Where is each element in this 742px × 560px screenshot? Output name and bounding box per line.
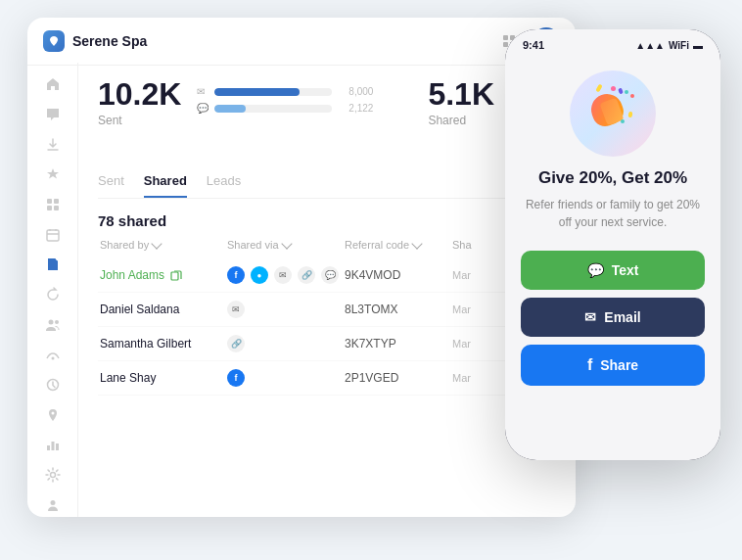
john-date: Mar <box>452 269 511 281</box>
tab-shared[interactable]: Shared <box>144 173 187 198</box>
svg-point-13 <box>51 411 54 414</box>
tabs: Sent Shared Leads <box>98 173 556 199</box>
copy-icon <box>170 269 182 281</box>
shared-value: 5.1K <box>428 78 494 110</box>
svg-rect-0 <box>503 35 508 40</box>
samantha-via: 🔗 <box>227 335 345 352</box>
samantha-date: Mar <box>452 338 511 350</box>
sidebar-item-grid[interactable] <box>36 193 70 217</box>
stats-row: 10.2K Sent ✉ 8,000 💬 2,122 <box>98 78 556 156</box>
svg-rect-14 <box>47 445 50 450</box>
table-row: Samantha Gilbert 🔗 3K7XTYP Mar <box>98 327 556 361</box>
share-button-icon: f <box>587 356 592 374</box>
sent-label: Sent <box>98 114 181 127</box>
tab-sent[interactable]: Sent <box>98 173 124 198</box>
sidebar-item-star[interactable] <box>36 163 70 187</box>
shared-label: Shared <box>428 114 494 127</box>
link-via-icon: 🔗 <box>298 266 315 284</box>
col-shared-via[interactable]: Shared via <box>227 239 345 251</box>
sidebar-item-users[interactable] <box>36 312 70 337</box>
phone-title: Give 20%, Get 20% <box>538 168 687 188</box>
sidebar-item-refresh[interactable] <box>36 283 70 307</box>
dm-via-icon: ● <box>251 266 268 284</box>
ref-code-chevron <box>411 238 422 249</box>
svg-point-11 <box>51 357 54 360</box>
sidebar-item-home[interactable] <box>36 72 70 97</box>
sent-bars: ✉ 8,000 💬 2,122 <box>197 86 373 114</box>
shared-count: 78 shared <box>98 212 166 229</box>
email-icon: ✉ <box>197 86 209 97</box>
text-button[interactable]: 💬 Text <box>521 251 705 290</box>
fb-via-icon: f <box>227 266 245 284</box>
samantha-name[interactable]: Samantha Gilbert <box>100 337 227 350</box>
phone-time: 9:41 <box>523 39 544 51</box>
lane-fb-icon: f <box>227 369 245 387</box>
email-bar-value: 8,000 <box>338 86 373 97</box>
table-row: Lane Shay f 2P1VGED Mar <box>98 361 556 396</box>
john-via: f ● ✉ 🔗 💬 <box>227 266 345 284</box>
svg-rect-4 <box>47 199 52 204</box>
svg-rect-8 <box>47 230 59 241</box>
tab-leads[interactable]: Leads <box>207 173 241 198</box>
sidebar-item-settings[interactable] <box>36 463 70 488</box>
phone-overlay: 9:41 ▲▲▲ WiFi ▬ Give 2 <box>505 29 720 460</box>
sidebar-item-location[interactable] <box>36 402 70 427</box>
sidebar-item-chart[interactable] <box>36 433 70 457</box>
sidebar-item-clock[interactable] <box>36 373 70 397</box>
svg-rect-16 <box>56 443 59 450</box>
svg-point-10 <box>55 320 59 324</box>
sidebar <box>27 63 78 517</box>
wifi-icon: WiFi <box>669 40 689 51</box>
daniel-date: Mar <box>452 303 511 315</box>
lane-name[interactable]: Lane Shay <box>100 371 227 385</box>
col-shared-label: Sha <box>452 239 472 251</box>
sidebar-item-signal[interactable] <box>36 343 70 367</box>
sidebar-item-calendar[interactable] <box>36 222 70 247</box>
col-shared-by[interactable]: Shared by <box>100 239 227 251</box>
email-button[interactable]: ✉ Email <box>521 298 705 337</box>
svg-rect-5 <box>54 199 59 204</box>
table-header: 78 shared <box>98 212 556 229</box>
sidebar-item-chat[interactable] <box>36 103 70 127</box>
daniel-via: ✉ <box>227 301 345 318</box>
text-button-label: Text <box>612 262 639 278</box>
col-ref-code[interactable]: Referral code <box>345 239 452 251</box>
sidebar-item-profile[interactable] <box>36 492 70 517</box>
row-name-john[interactable]: John Adams <box>100 268 227 282</box>
phone-status-bar: 9:41 ▲▲▲ WiFi ▬ <box>505 29 720 57</box>
table-row: Daniel Saldana ✉ 8L3TOMX Mar <box>98 293 556 327</box>
svg-rect-19 <box>171 272 178 280</box>
email-button-label: Email <box>604 309 640 325</box>
sms-bar-value: 2,122 <box>338 103 373 114</box>
battery-icon: ▬ <box>693 40 703 51</box>
topbar: Serene Spa <box>27 18 576 66</box>
phone-status-icons: ▲▲▲ WiFi ▬ <box>635 40 703 51</box>
text-button-icon: 💬 <box>587 262 604 278</box>
main-content: 10.2K Sent ✉ 8,000 💬 2,122 <box>78 63 576 517</box>
shared-by-chevron <box>151 238 162 249</box>
sent-bar-sms: 💬 2,122 <box>197 103 373 114</box>
svg-point-17 <box>50 473 55 478</box>
share-button[interactable]: f Share <box>521 345 705 386</box>
lane-code: 2P1VGED <box>345 371 452 385</box>
phone-screen: Give 20%, Get 20% Refer friends or famil… <box>505 57 720 460</box>
daniel-name[interactable]: Daniel Saldana <box>100 303 227 316</box>
daniel-code: 8L3TOMX <box>345 303 452 316</box>
email-bar-track <box>214 88 332 96</box>
email-via-icon: ✉ <box>274 266 292 284</box>
svg-point-9 <box>48 319 53 324</box>
daniel-email-icon: ✉ <box>227 301 245 318</box>
svg-rect-15 <box>51 442 54 450</box>
col-shared: Sha <box>452 239 511 251</box>
sidebar-item-download[interactable] <box>36 132 70 157</box>
samantha-link-icon: 🔗 <box>227 335 245 352</box>
lane-date: Mar <box>452 372 511 384</box>
col-ref-code-label: Referral code <box>345 239 409 251</box>
phone-hero-image <box>570 70 656 157</box>
sidebar-item-document[interactable] <box>36 253 70 277</box>
col-shared-via-label: Shared via <box>227 239 279 251</box>
lane-via: f <box>227 369 345 387</box>
svg-rect-7 <box>54 206 59 210</box>
email-button-icon: ✉ <box>584 309 596 325</box>
share-button-label: Share <box>600 357 638 373</box>
